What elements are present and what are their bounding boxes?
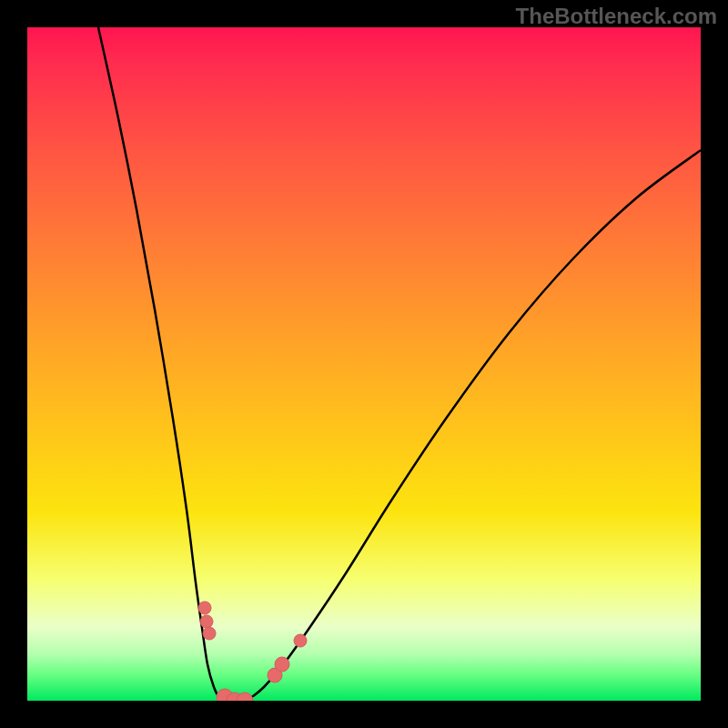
data-marker-1 <box>200 615 213 628</box>
curve-left-curve <box>98 27 226 701</box>
data-marker-2 <box>203 627 216 640</box>
plot-area <box>27 27 701 701</box>
data-marker-8 <box>294 634 307 647</box>
curve-right-curve <box>241 150 701 701</box>
chart-frame: TheBottleneck.com <box>0 0 728 728</box>
bottleneck-curve-svg <box>27 27 701 701</box>
data-marker-0 <box>198 602 211 614</box>
data-marker-7 <box>275 657 289 672</box>
watermark-text: TheBottleneck.com <box>516 4 717 29</box>
